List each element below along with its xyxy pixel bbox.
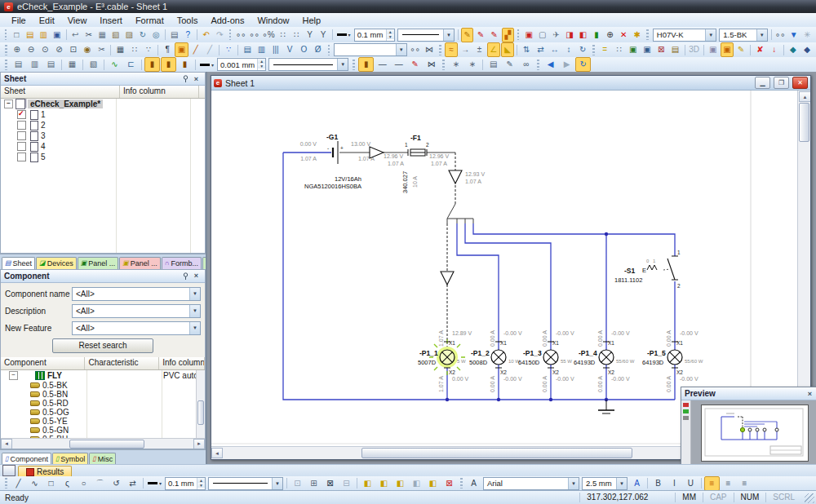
box-out-icon[interactable]: ◨: [563, 28, 576, 42]
toolbar-grip[interactable]: [460, 478, 463, 489]
device-single-icon[interactable]: ▥: [27, 57, 42, 72]
cube2-icon[interactable]: ◆: [800, 42, 814, 57]
ground-symbol[interactable]: [598, 400, 614, 413]
font-name-combo[interactable]: Arial▼: [483, 477, 579, 490]
attribute5-icon[interactable]: ◧: [425, 476, 441, 491]
panel-tab[interactable]: ▣ Panel ...: [78, 257, 119, 269]
align-dots-icon[interactable]: ∵: [222, 42, 235, 57]
menu-item[interactable]: Insert: [93, 15, 129, 26]
bold-icon[interactable]: B: [650, 476, 666, 491]
terminal2-icon[interactable]: ▮: [161, 57, 176, 72]
line-width2-spinner[interactable]: 0.001 mm▲▼: [217, 58, 266, 71]
dash-style2-icon[interactable]: —: [391, 57, 406, 72]
copy-sheet-icon[interactable]: ▤: [486, 57, 501, 72]
node-grid-icon[interactable]: ∷: [277, 28, 290, 42]
box-in-icon[interactable]: ◧: [577, 28, 590, 42]
menu-item[interactable]: Help: [296, 15, 328, 26]
draw-arc-icon[interactable]: ⌒: [92, 476, 108, 491]
connect-percent-icon[interactable]: ∘%: [261, 28, 275, 42]
sheet-checkbox[interactable]: [17, 131, 26, 140]
sheet-tree-row[interactable]: 4: [1, 141, 205, 152]
panel-tab[interactable]: ▣ Functi...: [202, 257, 206, 269]
component-name-select[interactable]: <All> ▼: [72, 287, 201, 301]
dock-tab[interactable]: ▯ Symbol: [52, 453, 88, 465]
italic-icon[interactable]: I: [667, 476, 682, 491]
chevron-down-icon[interactable]: ▼: [189, 322, 200, 334]
draw-spline-icon[interactable]: ς: [60, 476, 75, 491]
attribute-x-icon[interactable]: ⊠: [441, 476, 457, 491]
funnel-icon[interactable]: ▼: [787, 28, 800, 42]
preview-doc-icon[interactable]: ◎: [150, 28, 163, 42]
refresh-icon[interactable]: ↻: [575, 57, 591, 72]
terminal3-icon[interactable]: ▮: [177, 57, 193, 72]
conn-type-icon[interactable]: ∘∘: [774, 28, 787, 42]
clip-view-icon[interactable]: ✂: [95, 42, 108, 57]
wire-size-combo[interactable]: 1.5-BK▼: [719, 29, 767, 42]
open-icon[interactable]: ▤: [24, 28, 37, 42]
chevron-down-icon[interactable]: ▼: [189, 288, 200, 300]
group3-icon[interactable]: ⊠: [322, 476, 338, 491]
menu-item[interactable]: Tools: [171, 15, 205, 26]
lamp-P1-1[interactable]: 1.07 A 12.89 V X1 -P1_1 5007D 5 W X2 0.0…: [418, 330, 472, 392]
v-align-icon[interactable]: V: [283, 42, 296, 57]
swap-horizontal-icon[interactable]: ⇄: [534, 42, 547, 57]
ladder-icon[interactable]: ≈: [445, 42, 458, 57]
o-shape-icon[interactable]: O: [297, 42, 310, 57]
zoom-out-icon[interactable]: ⊖: [24, 42, 38, 57]
combo-conn-icon[interactable]: ∘∘: [409, 42, 422, 57]
component-tree-row[interactable]: 0.5-OG: [1, 408, 205, 417]
tree2-icon[interactable]: ∗: [464, 57, 480, 72]
toolbar-grip[interactable]: [5, 29, 7, 40]
wire-y2-icon[interactable]: Y: [317, 28, 330, 42]
draw-line2-icon[interactable]: ╱: [203, 42, 216, 57]
wire-y-icon[interactable]: Y: [304, 28, 317, 42]
attribute-icon[interactable]: ◧: [360, 476, 375, 491]
crosshair-icon[interactable]: ⊕: [604, 28, 617, 42]
forward-icon[interactable]: ▶: [559, 57, 574, 72]
menu-item[interactable]: Window: [251, 15, 295, 26]
lamp-P1-5[interactable]: 0.00 A -0.00 V X1 -P1_5 64193D 55/60 W X…: [642, 330, 703, 392]
scroll-left-icon[interactable]: ◄: [1, 439, 12, 449]
restore-icon[interactable]: ❐: [774, 77, 789, 89]
sheet-angle-icon[interactable]: ◣: [501, 42, 514, 57]
o-slash-icon[interactable]: Ø: [312, 42, 325, 57]
new-sheet-icon[interactable]: □: [10, 28, 23, 42]
cut-icon[interactable]: ✂: [82, 28, 95, 42]
new-feature-select[interactable]: <All> ▼: [72, 321, 201, 335]
signature-icon[interactable]: ✎: [502, 57, 517, 72]
sheet-checkbox[interactable]: [17, 142, 26, 151]
potential-arrow-1[interactable]: 12.93 V 1.07 A: [449, 170, 485, 184]
stack-icon[interactable]: ▤: [241, 42, 254, 57]
zoom-in-icon[interactable]: ⊕: [11, 42, 24, 57]
node-grid2-icon[interactable]: ∷: [290, 28, 303, 42]
stretch-h-icon[interactable]: ↔: [548, 42, 561, 57]
battery-G1[interactable]: - + 0.00 V 1.07 A -G1 13.00 V 1.07 A 12V…: [300, 133, 375, 190]
component-tree-row[interactable]: 0.5-BN: [1, 390, 205, 399]
pair-toggle-icon[interactable]: ▞: [502, 28, 515, 42]
flow-arrow[interactable]: [370, 147, 384, 158]
menu-item[interactable]: File: [5, 15, 33, 26]
terminal-hl-icon[interactable]: ▮: [358, 57, 374, 72]
align-left-icon[interactable]: ≡: [704, 476, 720, 491]
column-info[interactable]: Info column: [120, 86, 199, 98]
red-pen-icon[interactable]: ✎: [474, 28, 487, 42]
pin-icon[interactable]: [180, 74, 191, 84]
component-tree-row[interactable]: 0.5-GN: [1, 426, 205, 435]
equals-icon[interactable]: =: [598, 42, 611, 57]
toolbar-grip[interactable]: [353, 60, 355, 70]
flip-icon[interactable]: ⇄: [125, 476, 140, 491]
wire-green-icon[interactable]: ∿: [107, 57, 122, 72]
stretch-v-icon[interactable]: ↕: [562, 42, 575, 57]
align-right-icon[interactable]: ≡: [737, 476, 752, 491]
column-sheet[interactable]: Sheet: [1, 86, 120, 98]
snap-icon[interactable]: ∷: [128, 42, 141, 57]
terminal-icon[interactable]: ▮: [144, 57, 160, 72]
down-arrow-icon[interactable]: ↓: [768, 42, 781, 57]
close-icon[interactable]: ✕: [792, 77, 808, 89]
close-icon[interactable]: ×: [805, 389, 815, 399]
fuse-F1[interactable]: -F1 1 2 12.96 V 1.07 A 12.96 V 1.07 A 34…: [384, 134, 449, 193]
collapse-icon[interactable]: −: [9, 371, 18, 380]
dash-style-icon[interactable]: —: [375, 57, 390, 72]
help-icon[interactable]: ?: [182, 28, 195, 42]
lamp-P1-4[interactable]: 0.00 A -0.00 V X1 -P1_4 64193D 55/60 W X…: [574, 330, 635, 392]
